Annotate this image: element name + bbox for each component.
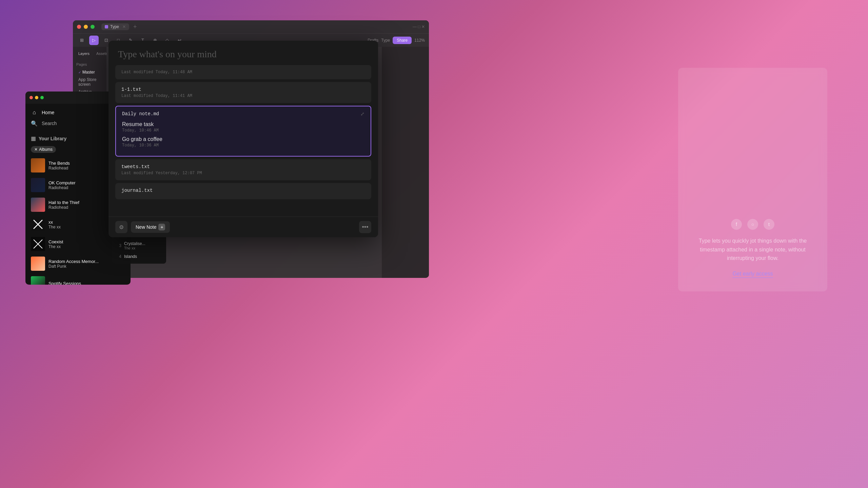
search-icon: 🔍 xyxy=(31,120,38,127)
track-name-crystalise: Crystalise... xyxy=(124,241,162,246)
figma-right-panel xyxy=(381,47,429,278)
more-options-button[interactable]: ••• xyxy=(359,221,371,233)
more-icon: ••• xyxy=(362,224,369,231)
track-num-4: 4 xyxy=(116,254,121,259)
note-item-daily[interactable]: Daily note.md ⤢ Resume task Today, 10:46… xyxy=(115,106,371,157)
instagram-icon[interactable]: ○ xyxy=(747,219,758,230)
note-entry-resume: Resume task Today, 10:46 AM xyxy=(122,121,364,133)
figma-page-master[interactable]: ✓ Master xyxy=(76,68,103,76)
note-meta-2: Last modified Today, 11:41 AM xyxy=(121,94,365,98)
album-art-ram xyxy=(31,257,45,271)
album-info-spotify-sessions: Spotify Sessions xyxy=(48,281,125,285)
note-entry-coffee: Go grab a coffee Today, 10:36 AM xyxy=(122,136,364,148)
tab-close-icon[interactable]: ✕ xyxy=(122,24,126,29)
social-icons: f ○ t xyxy=(731,219,774,230)
note-entry-time-coffee: Today, 10:36 AM xyxy=(122,143,364,148)
note-filename-2: 1-1.txt xyxy=(121,87,365,92)
web-content: f ○ t Type lets you quickly jot things d… xyxy=(678,68,827,291)
toolbar-grid-btn[interactable]: ⊞ xyxy=(77,36,86,45)
expand-icon[interactable]: ⤢ xyxy=(360,111,364,117)
album-art-spotify-sessions xyxy=(31,276,45,285)
album-name-xx: xx xyxy=(48,220,116,225)
maximize-dot[interactable] xyxy=(91,25,95,29)
web-description: Type lets you quickly jot things down wi… xyxy=(688,237,817,263)
track-info-islands: Islands xyxy=(124,254,162,259)
tab-add-icon[interactable]: + xyxy=(133,23,137,30)
note-item-journal[interactable]: journal.txt xyxy=(115,183,371,199)
library-icon: ▦ xyxy=(31,135,36,142)
note-filename-daily: Daily note.md xyxy=(122,111,159,117)
note-meta-tweets: Last modified Yesterday, 12:07 PM xyxy=(121,171,365,176)
album-artist-xx: The xx xyxy=(48,225,116,229)
modal-header: Type what's on your mind xyxy=(108,41,378,65)
track-item-islands[interactable]: 4 Islands xyxy=(112,252,166,261)
figma-share-btn[interactable]: Share xyxy=(393,37,412,44)
track-num-3: 3 xyxy=(116,243,121,248)
note-entry-title-coffee: Go grab a coffee xyxy=(122,136,364,142)
search-label: Search xyxy=(42,121,57,126)
track-item-crystalise[interactable]: 3 Crystalise... The xx xyxy=(112,239,166,252)
figma-pages-label: Pages xyxy=(76,62,103,66)
figma-tab-type[interactable]: Type ✕ xyxy=(101,23,129,30)
modal-footer: ⚙ New Note + ••• xyxy=(108,217,378,237)
album-art-the-bends xyxy=(31,158,45,172)
note-item-2[interactable]: 1-1.txt Last modified Today, 11:41 AM xyxy=(115,82,371,103)
album-art-coexist xyxy=(31,237,45,251)
facebook-icon[interactable]: f xyxy=(731,219,742,230)
chip-label: Albums xyxy=(39,147,53,152)
new-note-button[interactable]: New Note + xyxy=(131,221,170,233)
figma-type-label: Type xyxy=(381,38,390,43)
album-name-spotify-sessions: Spotify Sessions xyxy=(48,281,125,285)
track-name-islands: Islands xyxy=(124,254,162,259)
chip-close-icon[interactable]: ✕ xyxy=(34,147,38,152)
figma-titlebar: Type ✕ + — □ ✕ xyxy=(73,20,429,33)
settings-button[interactable]: ⚙ xyxy=(115,221,127,233)
toolbar-pointer-btn[interactable]: ▷ xyxy=(89,36,99,45)
figma-layers-tab[interactable]: Layers xyxy=(76,50,92,57)
album-art-ok-computer xyxy=(31,178,45,192)
home-icon: ⌂ xyxy=(31,109,38,116)
album-art-xx xyxy=(31,217,45,231)
note-filename-tweets: tweets.txt xyxy=(121,164,365,169)
web-preview: f ○ t Type lets you quickly jot things d… xyxy=(678,68,827,291)
modal-content[interactable]: Last modified Today, 11:48 AM 1-1.txt La… xyxy=(108,65,378,217)
tab-type-label: Type xyxy=(110,24,119,29)
figma-window-controls: — □ ✕ xyxy=(413,24,425,29)
home-label: Home xyxy=(42,110,54,115)
note-entry-time-resume: Today, 10:46 AM xyxy=(122,128,364,133)
modal-placeholder: Type what's on your mind xyxy=(118,49,217,59)
track-info-crystalise: Crystalise... The xx xyxy=(124,241,162,250)
track-artist-crystalise: The xx xyxy=(124,246,162,250)
note-item-tweets[interactable]: tweets.txt Last modified Yesterday, 12:0… xyxy=(115,159,371,180)
library-title: Your Library xyxy=(39,136,111,141)
twitter-icon[interactable]: t xyxy=(764,219,774,230)
filter-chip-albums[interactable]: ✕ Albums xyxy=(31,146,56,153)
note-entry-title-resume: Resume task xyxy=(122,121,364,127)
note-item-1[interactable]: Last modified Today, 11:48 AM xyxy=(115,65,371,79)
get-early-access-button[interactable]: Get early access xyxy=(732,271,773,278)
spotify-minimize-dot[interactable] xyxy=(35,96,38,99)
spotify-close-dot[interactable] xyxy=(29,96,33,99)
album-artist-ram: Daft Punk xyxy=(48,264,125,269)
spotify-maximize-dot[interactable] xyxy=(40,96,44,99)
tab-type-icon xyxy=(105,25,108,28)
minimize-dot[interactable] xyxy=(84,25,88,29)
type-modal: Type what's on your mind Last modified T… xyxy=(108,41,378,237)
note-filename-journal: journal.txt xyxy=(121,188,365,193)
album-art-hail xyxy=(31,198,45,212)
new-note-label: New Note xyxy=(136,224,156,230)
note-meta-1: Last modified Today, 11:48 AM xyxy=(121,70,365,75)
figma-page-appstore[interactable]: App Store screen xyxy=(76,76,103,88)
close-dot[interactable] xyxy=(77,25,81,29)
figma-zoom-label: 112% xyxy=(414,38,425,43)
album-item-spotify-sessions[interactable]: Spotify Sessions xyxy=(25,273,131,285)
new-note-plus-icon: + xyxy=(158,224,165,230)
album-info-xx: xx The xx xyxy=(48,220,116,229)
